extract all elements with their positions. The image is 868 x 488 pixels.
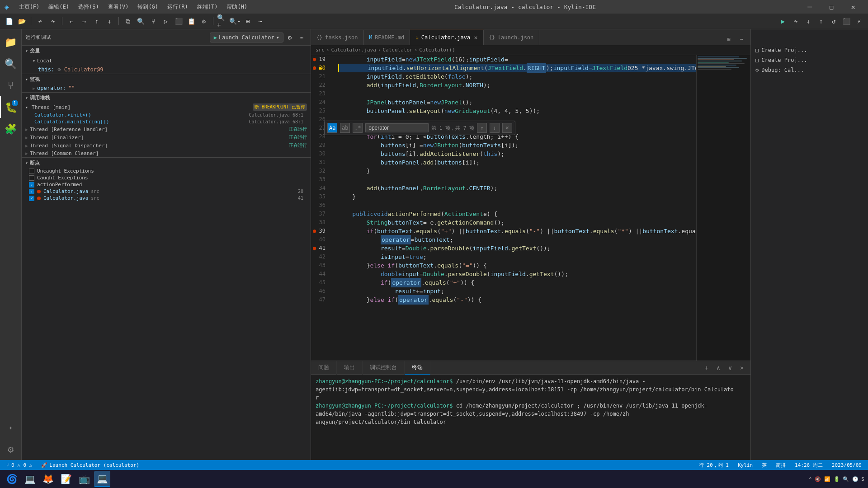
variables-header[interactable]: ▾ 变量	[22, 46, 311, 56]
breadcrumb-method[interactable]: Calculator()	[419, 47, 455, 53]
panel-close-button[interactable]: ×	[737, 363, 747, 373]
bp-caught-checkbox[interactable]	[29, 175, 34, 181]
debug-more-button[interactable]: ⚡	[854, 16, 864, 27]
forward-button[interactable]: →	[79, 16, 90, 27]
new-file-button[interactable]: 📄	[4, 16, 14, 27]
settings-button[interactable]: ⚙	[198, 16, 209, 27]
panel-tab-terminal[interactable]: 终端	[405, 361, 430, 375]
tab-calc-close[interactable]: ×	[474, 34, 477, 41]
stack-frame-main[interactable]: Calculator.main(String[]) Calculator.jav…	[22, 118, 311, 125]
status-position[interactable]: 行 20，列 1	[697, 462, 731, 469]
bp-file41-checkbox[interactable]: ✓	[29, 196, 34, 201]
search-button[interactable]: 🔍	[135, 16, 146, 27]
activity-remote[interactable]: ✦	[0, 417, 22, 438]
debug-step-into-button[interactable]: ↓	[803, 16, 814, 27]
bp-file20-checkbox[interactable]: ✓	[29, 189, 34, 194]
panel-up-button[interactable]: ∧	[713, 363, 723, 373]
back-button[interactable]: ←	[66, 16, 77, 27]
bp-file-20[interactable]: ✓ Calculator.java src 20	[22, 188, 311, 195]
tab-launch[interactable]: {} launch.json	[484, 30, 540, 45]
terminal-content[interactable]: zhangyun@zhangyun-PC:~/project/calculato…	[311, 375, 750, 460]
panel-tab-debug-console[interactable]: 调试控制台	[363, 361, 405, 375]
zoom-out-button[interactable]: 🔍-	[230, 16, 241, 27]
undo-button[interactable]: ↶	[35, 16, 46, 27]
taskbar-files[interactable]: 💻	[22, 471, 38, 487]
menu-编辑[interactable]: 编辑(E)	[45, 2, 73, 12]
panel-tab-problems[interactable]: 问题	[311, 361, 337, 375]
bp-uncaught-checkbox[interactable]	[29, 169, 34, 174]
find-close-button[interactable]: ×	[502, 123, 512, 133]
format-button[interactable]: 📋	[186, 16, 197, 27]
bp-caught[interactable]: Caught Exceptions	[22, 174, 311, 181]
breadcrumb-src[interactable]: src	[316, 47, 325, 53]
maximize-button[interactable]: ◻	[821, 0, 842, 14]
split-editor-button[interactable]: ⊞	[723, 34, 734, 45]
menu-运行[interactable]: 运行(R)	[164, 2, 192, 12]
tab-readme[interactable]: M README.md	[364, 30, 410, 45]
menu-帮助[interactable]: 帮助(H)	[223, 2, 251, 12]
panel-tab-output[interactable]: 输出	[337, 361, 363, 375]
split-button[interactable]: ⊞	[242, 16, 253, 27]
bp-action-checkbox[interactable]: ✓	[29, 182, 34, 188]
run-config-button[interactable]: ▶ Launch Calculator ▾	[210, 33, 283, 42]
menu-转到[interactable]: 转到(G)	[134, 2, 162, 12]
find-next-button[interactable]: ↓	[490, 123, 500, 133]
find-input[interactable]	[365, 123, 429, 132]
minimize-button[interactable]: ─	[799, 0, 820, 14]
bp-uncaught[interactable]: Uncaught Exceptions	[22, 168, 311, 174]
find-case-sensitive[interactable]: Aa	[327, 123, 337, 133]
run-button[interactable]: ▷	[160, 16, 171, 27]
activity-debug[interactable]: 🐛 1	[0, 96, 22, 118]
more-button[interactable]: ⋯	[255, 16, 266, 27]
panel-down-button[interactable]: ∨	[725, 363, 735, 373]
zoom-in-button[interactable]: 🔍+	[217, 16, 228, 27]
status-ime-kylin[interactable]: Kylin	[736, 462, 755, 468]
callstack-header[interactable]: ▾ 调用堆栈	[22, 93, 311, 103]
menu-查看[interactable]: 查看(V)	[104, 2, 132, 12]
redo-button[interactable]: ↷	[47, 16, 58, 27]
activity-settings[interactable]: ⚙	[0, 438, 22, 460]
debug-continue-button[interactable]: ▶	[778, 16, 788, 27]
local-header[interactable]: ▾ Local	[22, 56, 311, 66]
activity-search[interactable]: 🔍	[0, 53, 22, 75]
watch-header[interactable]: ▾ 监视	[22, 74, 311, 84]
tab-more-button[interactable]: ⋯	[736, 34, 747, 45]
copy-button[interactable]: ⧉	[123, 16, 133, 27]
debug-more-options[interactable]: ⋯	[296, 32, 307, 43]
status-launch[interactable]: 🚀 Launch Calculator (calculator)	[39, 462, 141, 468]
status-git[interactable]: ⑂ 0 △ 0 ⚠	[5, 462, 34, 468]
debug-step-over-button[interactable]: ↷	[790, 16, 801, 27]
taskbar-ide[interactable]: 💻	[94, 471, 110, 487]
branch-button[interactable]: ⑂	[148, 16, 159, 27]
debug-stop-button[interactable]: ⬛	[841, 16, 852, 27]
right-panel-create1[interactable]: □ Create Proj...	[751, 45, 868, 55]
debug-config-button[interactable]: ⚙	[284, 32, 295, 43]
menu-终端[interactable]: 终端(T)	[193, 2, 222, 12]
menu-选择[interactable]: 选择(S)	[75, 2, 103, 12]
code-area[interactable]: inputField = new JTextField(16); inputFi…	[334, 55, 696, 361]
bp-file-41[interactable]: ✓ Calculator.java src 41	[22, 195, 311, 202]
bp-action-performed[interactable]: ✓ actionPerformed	[22, 181, 311, 188]
find-whole-word[interactable]: ab	[340, 123, 350, 133]
nav-down-button[interactable]: ↓	[104, 16, 115, 27]
right-panel-debug[interactable]: ⚙ Debug: Cal...	[751, 65, 868, 75]
activity-extensions[interactable]: 🧩	[0, 118, 22, 140]
status-ime-en[interactable]: 英	[760, 462, 769, 469]
find-prev-button[interactable]: ↑	[477, 123, 487, 133]
breadcrumb-file[interactable]: Calculator.java	[331, 47, 376, 53]
right-panel-create2[interactable]: □ Create Proj...	[751, 55, 868, 65]
taskbar-app1[interactable]: 📝	[58, 471, 74, 487]
taskbar-browser[interactable]: 🦊	[40, 471, 56, 487]
open-folder-button[interactable]: 📂	[16, 16, 27, 27]
breakpoints-header[interactable]: ▾ 断点	[22, 158, 311, 168]
activity-explorer[interactable]: 📁	[0, 31, 22, 53]
stack-frame-init[interactable]: Calculator.<init>() Calculator.java 68:1	[22, 112, 311, 118]
activity-source-control[interactable]: ⑂	[0, 75, 22, 96]
debug-step-out-button[interactable]: ↑	[816, 16, 826, 27]
taskbar-start[interactable]: 🌀	[4, 471, 20, 487]
tab-calculator[interactable]: ☕ Calculator.java ×	[410, 30, 483, 45]
panel-add-button[interactable]: +	[702, 363, 712, 373]
debug-restart-button[interactable]: ↺	[828, 16, 839, 27]
taskbar-terminal[interactable]: 📺	[76, 471, 92, 487]
find-regex[interactable]: .*	[353, 123, 363, 133]
